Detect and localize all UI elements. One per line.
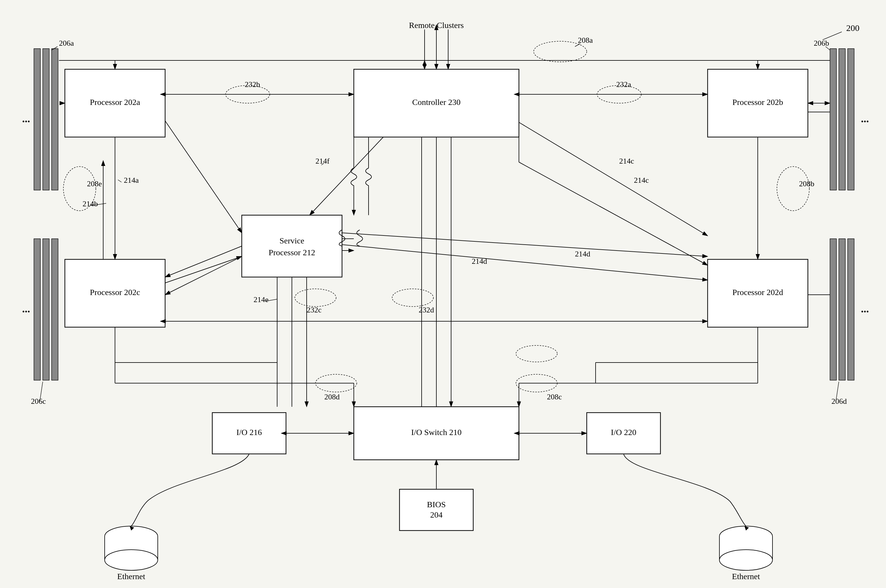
rail-right-bot-1	[830, 239, 836, 380]
rail-right-top-3	[848, 49, 854, 190]
ethernet-right-label: Ethernet	[732, 572, 760, 581]
label-208e: 208e	[87, 180, 102, 188]
ethernet-left-label: Ethernet	[117, 572, 146, 581]
service-processor-label-1: Service	[279, 236, 304, 245]
label-232a: 232a	[616, 80, 631, 89]
processor-202a-label: Processor 202a	[90, 98, 140, 107]
io-switch-210-label: I/O Switch 210	[411, 428, 461, 437]
service-processor-212-box	[242, 215, 342, 277]
bios-label-1: BIOS	[427, 500, 446, 509]
label-206b: 206b	[814, 39, 829, 48]
ethernet-right-bottom	[719, 550, 772, 570]
rail-right-bot-3	[848, 239, 854, 380]
service-processor-label-2: Processor 212	[269, 248, 315, 257]
bios-204-box	[399, 489, 473, 531]
dots-left-top: ...	[22, 113, 30, 124]
rail-left-bot-2	[43, 239, 49, 380]
controller-230-label: Controller 230	[412, 98, 461, 107]
label-214d-pos: 214d	[575, 250, 590, 258]
processor-202c-label: Processor 202c	[90, 288, 140, 297]
diagram-container: 200 206a 206c 206b 206d ... ... ... ... …	[0, 0, 886, 588]
rail-left-top-1	[34, 49, 41, 190]
dots-right-top: ...	[861, 113, 869, 124]
label-208b: 208b	[799, 180, 814, 188]
ref-200: 200	[846, 23, 859, 33]
label-232b: 232b	[245, 80, 260, 89]
label-214c-right: 214c	[634, 176, 649, 184]
label-232d: 232d	[419, 306, 434, 314]
io-220-label: I/O 220	[611, 428, 636, 437]
io-216-label: I/O 216	[236, 428, 262, 437]
label-206a: 206a	[59, 39, 74, 48]
dots-right-bottom: ...	[861, 303, 869, 315]
dots-left-bottom: ...	[22, 303, 30, 315]
label-232c: 232c	[306, 306, 322, 314]
label-208d: 208d	[324, 393, 339, 401]
processor-202b-label: Processor 202b	[732, 98, 783, 107]
label-214b: 214b	[83, 200, 98, 208]
rail-left-top-3	[52, 49, 58, 190]
label-214c: 214c	[619, 157, 634, 165]
label-214a: 214a	[124, 176, 139, 184]
bios-label-2: 204	[430, 510, 443, 519]
rail-right-top-2	[839, 49, 845, 190]
rail-right-top-1	[830, 49, 836, 190]
remote-clusters-label: Remote Clusters	[409, 21, 464, 30]
label-206c: 206c	[31, 397, 46, 405]
label-214e: 214e	[254, 296, 269, 304]
rail-right-bot-2	[839, 239, 845, 380]
rail-left-top-2	[43, 49, 49, 190]
label-208c: 208c	[547, 393, 562, 401]
ethernet-left-bottom	[105, 550, 158, 570]
rail-left-bot-1	[34, 239, 41, 380]
label-208a: 208a	[578, 36, 593, 45]
processor-202d-label: Processor 202d	[732, 288, 783, 297]
rail-left-bot-3	[52, 239, 58, 380]
label-206d: 206d	[832, 397, 847, 405]
